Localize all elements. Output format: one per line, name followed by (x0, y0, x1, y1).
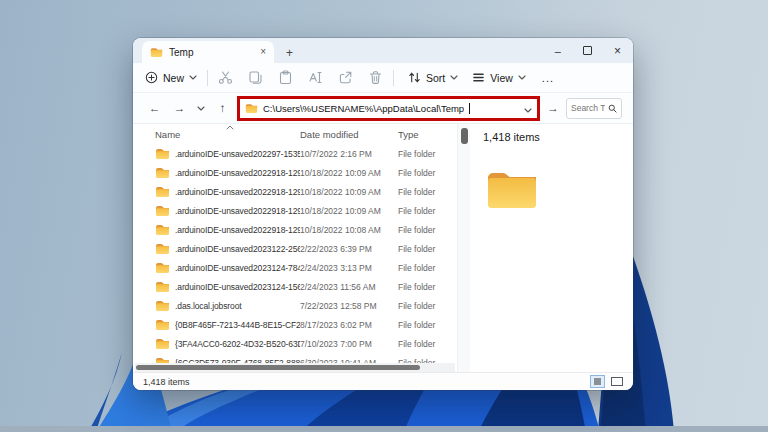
up-button[interactable]: ↑ (212, 102, 233, 114)
desktop: Temp × + – × New (0, 0, 768, 432)
folder-icon (155, 338, 170, 350)
file-explorer-window: Temp × + – × New (133, 38, 633, 390)
folder-icon (155, 281, 170, 293)
tab-temp[interactable]: Temp × (142, 41, 274, 63)
file-type: File folder (398, 244, 457, 254)
vertical-scrollbar[interactable] (457, 124, 470, 372)
view-button[interactable]: View (472, 71, 526, 84)
file-name-cell: .arduinoIDE-unsaved2022918-1296-1hxhi8h.… (133, 167, 300, 179)
search-icon (608, 104, 617, 113)
file-type: File folder (398, 320, 457, 330)
cut-button[interactable] (218, 70, 233, 85)
file-row[interactable]: .arduinoIDE-unsaved2022918-1296-jd7xcc.r… (133, 201, 457, 220)
file-type: File folder (398, 168, 457, 178)
file-date-modified: 7/22/2023 12:58 PM (300, 301, 398, 311)
file-type: File folder (398, 282, 457, 292)
horizontal-scrollbar[interactable] (135, 363, 455, 372)
command-toolbar: New Sort View .. (133, 63, 633, 93)
file-row[interactable]: .das.local.jobsroot 7/22/2023 12:58 PM F… (133, 296, 457, 315)
file-name-cell: .das.local.jobsroot (133, 300, 300, 312)
recent-locations-button[interactable] (194, 106, 208, 111)
back-button[interactable]: ← (144, 102, 165, 114)
chevron-down-icon (524, 108, 532, 113)
folder-icon (155, 205, 170, 217)
window-controls: – × (555, 38, 621, 63)
file-row[interactable]: .arduinoIDE-unsaved2022918-1296-1jp6ch6.… (133, 182, 457, 201)
search-box[interactable]: Search T... (566, 98, 622, 119)
main-area: Name Date modified Type .arduinoIDE-unsa… (133, 124, 633, 372)
file-name-cell: {3FA4ACC0-6202-4D32-B520-63D4A4F248A0} (133, 338, 300, 350)
file-type: File folder (398, 225, 457, 235)
preview-items-count: 1,418 items (483, 131, 633, 143)
file-type: File folder (398, 149, 457, 159)
chevron-down-icon (197, 106, 205, 111)
file-name: .arduinoIDE-unsaved2023124-15604-1dfefux… (175, 282, 300, 292)
forward-button[interactable]: → (169, 102, 190, 114)
chevron-down-icon (189, 75, 197, 80)
column-headers: Name Date modified Type (133, 124, 457, 144)
details-view-toggle[interactable] (590, 375, 605, 388)
file-name-cell: .arduinoIDE-unsaved2023124-784-z8bwpb.wy… (133, 262, 300, 274)
rename-icon (308, 70, 323, 85)
clipboard-actions (218, 70, 383, 85)
folder-icon (245, 103, 258, 114)
thumbnail-view-toggle[interactable] (611, 377, 623, 386)
file-name: .arduinoIDE-unsaved2023124-784-z8bwpb.wy… (175, 263, 300, 273)
file-row[interactable]: .arduinoIDE-unsaved2022918-1296-tlwdcq.v… (133, 220, 457, 239)
file-date-modified: 2/24/2023 3:13 PM (300, 263, 398, 273)
address-bar[interactable]: C:\Users\%USERNAME%\AppData\Local\Temp (237, 96, 540, 121)
file-date-modified: 8/17/2023 6:02 PM (300, 320, 398, 330)
chevron-down-icon (518, 75, 526, 80)
file-date-modified: 10/18/2022 10:09 AM (300, 206, 398, 216)
address-dropdown-button[interactable] (524, 99, 532, 117)
close-window-button[interactable]: × (614, 44, 621, 58)
details-view-icon (594, 378, 601, 385)
rename-button[interactable] (308, 70, 323, 85)
file-type: File folder (398, 187, 457, 197)
file-row[interactable]: {3FA4ACC0-6202-4D32-B520-63D4A4F248A0} 7… (133, 334, 457, 353)
file-row[interactable]: .arduinoIDE-unsaved2023124-15604-1dfefux… (133, 277, 457, 296)
paste-icon (278, 70, 293, 85)
column-header-name[interactable]: Name (133, 129, 300, 140)
go-button[interactable]: → (544, 102, 562, 114)
folder-icon (155, 148, 170, 160)
file-type: File folder (398, 339, 457, 349)
file-name-cell: .arduinoIDE-unsaved2022918-1296-1jp6ch6.… (133, 186, 300, 198)
tab-label: Temp (169, 47, 254, 58)
column-header-type[interactable]: Type (398, 129, 457, 140)
sort-arrows-icon (408, 71, 421, 84)
file-name: .arduinoIDE-unsaved202297-15352-ih4t6f.l… (175, 149, 300, 159)
maximize-button[interactable] (583, 46, 592, 55)
address-path-text: C:\Users\%USERNAME%\AppData\Local\Temp (263, 103, 464, 114)
folder-icon (155, 319, 170, 331)
view-button-label: View (490, 72, 513, 84)
toolbar-divider (207, 70, 208, 86)
delete-button[interactable] (368, 70, 383, 85)
tab-bar: Temp × + – × (133, 38, 633, 63)
search-placeholder: Search T... (571, 103, 605, 113)
sort-button[interactable]: Sort (408, 71, 458, 84)
file-row[interactable]: .arduinoIDE-unsaved2023124-784-z8bwpb.wy… (133, 258, 457, 277)
file-row[interactable]: .arduinoIDE-unsaved2022918-1296-1hxhi8h.… (133, 163, 457, 182)
new-tab-button[interactable]: + (286, 47, 293, 59)
file-row[interactable]: {0B8F465F-7213-444B-8E15-CF2BD37C5D4A} 8… (133, 315, 457, 334)
file-type: File folder (398, 301, 457, 311)
file-row[interactable]: .arduinoIDE-unsaved202297-15352-ih4t6f.l… (133, 144, 457, 163)
copy-button[interactable] (248, 70, 263, 85)
close-tab-icon[interactable]: × (260, 47, 266, 57)
vertical-scrollbar-thumb[interactable] (461, 128, 468, 144)
minimize-button[interactable]: – (555, 45, 561, 57)
file-row[interactable]: .arduinoIDE-unsaved2023122-2560-jyw7l4.x… (133, 239, 457, 258)
file-name-cell: {0B8F465F-7213-444B-8E15-CF2BD37C5D4A} (133, 319, 300, 331)
sort-ascending-icon (226, 125, 234, 130)
folder-icon (155, 262, 170, 274)
file-date-modified: 7/10/2023 7:00 PM (300, 339, 398, 349)
column-header-date-modified[interactable]: Date modified (300, 129, 398, 140)
share-button[interactable] (338, 70, 353, 85)
more-options-button[interactable]: ... (542, 72, 554, 84)
toolbar-divider (393, 70, 394, 86)
horizontal-scrollbar-thumb[interactable] (136, 365, 420, 370)
new-button[interactable]: New (145, 71, 197, 84)
wallpaper-bottom-band (0, 426, 768, 432)
paste-button[interactable] (278, 70, 293, 85)
